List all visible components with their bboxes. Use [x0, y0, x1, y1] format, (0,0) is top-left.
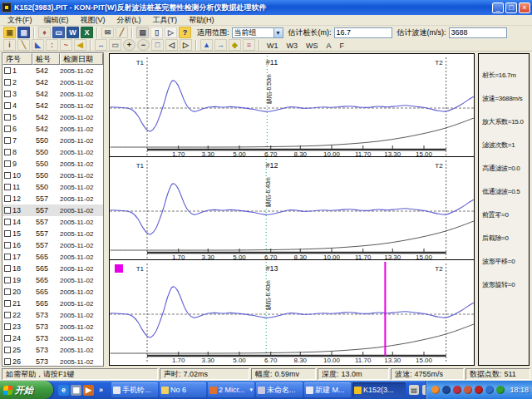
task-folder-no6[interactable]: No 6: [160, 382, 206, 397]
menu-item-2[interactable]: 视图(V): [75, 15, 111, 26]
table-row[interactable]: 195652005-11-02: [2, 274, 103, 286]
row-checkbox[interactable]: [4, 254, 11, 260]
row-checkbox[interactable]: [4, 288, 11, 295]
quicklaunch-overflow-icon[interactable]: »: [96, 385, 106, 396]
task-word[interactable]: 2 Micr...▾: [208, 382, 254, 397]
row-checkbox[interactable]: [4, 300, 11, 307]
tray-download-icon[interactable]: [464, 386, 472, 394]
table-row[interactable]: 245732005-11-02: [2, 332, 103, 344]
row-checkbox[interactable]: [4, 323, 11, 330]
row-checkbox[interactable]: [4, 277, 11, 283]
angle-ruler-icon[interactable]: ◣: [32, 39, 44, 51]
row-checkbox[interactable]: [4, 160, 11, 167]
table-row[interactable]: 55422005-11-02: [2, 111, 103, 123]
start-button[interactable]: 开始: [0, 381, 53, 399]
table-row[interactable]: 185652005-11-02: [2, 263, 103, 274]
row-checkbox[interactable]: [4, 137, 11, 144]
brush-icon[interactable]: ╱: [116, 27, 128, 38]
menu-item-4[interactable]: 工具(T): [147, 15, 184, 26]
row-checkbox[interactable]: [4, 207, 11, 214]
wave-speed-input[interactable]: [449, 27, 507, 38]
row-checkbox[interactable]: [4, 242, 11, 249]
tray-network-icon[interactable]: [485, 386, 494, 394]
quicklaunch-desktop-icon[interactable]: ▦: [71, 385, 81, 396]
save-icon[interactable]: ▦: [17, 27, 30, 38]
swap-arrows-icon[interactable]: ↔: [95, 39, 107, 51]
table-row[interactable]: 225732005-11-02: [2, 309, 103, 321]
table-row[interactable]: 105502005-11-02: [2, 170, 103, 181]
shift-right-icon[interactable]: ▷: [180, 39, 192, 51]
table-row[interactable]: 35422005-11-02: [2, 88, 103, 100]
row-checkbox[interactable]: [4, 149, 11, 155]
table-row[interactable]: 95502005-11-02: [2, 158, 103, 170]
page-preview-icon[interactable]: ▯: [150, 27, 163, 38]
row-checkbox[interactable]: [4, 335, 11, 342]
row-checkbox[interactable]: [4, 265, 11, 272]
table-row[interactable]: 205652005-11-02: [2, 286, 103, 298]
tray-volume-icon[interactable]: [431, 386, 440, 394]
pencil-edit-icon[interactable]: ╲: [17, 39, 30, 51]
table-row[interactable]: 65422005-11-02: [2, 123, 103, 135]
zoom-in-icon[interactable]: +: [123, 39, 135, 51]
table-row[interactable]: 85502005-11-02: [2, 146, 103, 158]
waveform-panel-13[interactable]: T1T2#13缺陷-6.40m1.703.305.006.708.3010.00…: [110, 260, 474, 363]
table-row[interactable]: 115502005-11-02: [2, 181, 103, 193]
wave-button-ws[interactable]: WS: [303, 40, 322, 51]
column-header-2[interactable]: 桩号: [32, 53, 60, 65]
table-row[interactable]: 45422005-11-02: [2, 100, 103, 111]
scope-select[interactable]: 当前组 ▼: [232, 27, 283, 38]
table-row[interactable]: 75502005-11-02: [2, 135, 103, 146]
menu-item-5[interactable]: 帮助(H): [183, 15, 220, 26]
tray-messenger-icon[interactable]: [442, 386, 451, 394]
wave-button-w3[interactable]: W3: [283, 40, 302, 51]
table-row[interactable]: 155572005-11-02: [2, 228, 103, 239]
waveform-panel-12[interactable]: T1T2#12缺陷-6.40m1.703.305.006.708.3010.00…: [110, 157, 474, 260]
table-row[interactable]: 175652005-11-02: [2, 251, 103, 263]
row-checkbox[interactable]: [4, 114, 11, 121]
table-row[interactable]: 145572005-11-02: [2, 216, 103, 228]
row-checkbox[interactable]: [4, 347, 11, 353]
row-checkbox[interactable]: [4, 172, 11, 179]
table-row[interactable]: 135572005-11-02: [2, 204, 103, 216]
horn-icon[interactable]: ◀: [74, 39, 86, 51]
maximize-button[interactable]: □: [505, 2, 517, 13]
waveform-panel-11[interactable]: T1T2#11缺陷-6.50m1.703.305.006.708.3010.00…: [110, 54, 474, 157]
menu-item-0[interactable]: 文件(F): [2, 15, 38, 26]
chevron-down-icon[interactable]: ▼: [273, 28, 283, 37]
minimize-button[interactable]: _: [492, 2, 504, 13]
task-dropdown-icon[interactable]: ▾: [249, 387, 253, 393]
menu-item-1[interactable]: 编辑(E): [38, 15, 75, 26]
flag-icon[interactable]: ▲: [200, 39, 213, 51]
table-row[interactable]: 265732005-11-02: [2, 356, 103, 367]
pile-person-icon[interactable]: i: [3, 39, 16, 51]
table-row[interactable]: 25422005-11-02: [2, 76, 103, 88]
table-row[interactable]: 235732005-11-02: [2, 321, 103, 332]
row-checkbox[interactable]: [4, 184, 11, 190]
row-checkbox[interactable]: [4, 79, 11, 86]
person-mark-icon[interactable]: :: [46, 39, 58, 51]
task-new-m[interactable]: 新建 M...: [304, 382, 351, 397]
row-checkbox[interactable]: [4, 91, 11, 97]
wave-button-w1[interactable]: W1: [264, 40, 282, 51]
printer-setup-icon[interactable]: ▭: [52, 27, 65, 38]
plane-icon[interactable]: ◆: [229, 39, 241, 51]
row-checkbox[interactable]: [4, 312, 11, 318]
close-button[interactable]: ×: [519, 2, 530, 13]
tray-shield-icon[interactable]: [475, 386, 483, 394]
quicklaunch-ie-icon[interactable]: e: [58, 385, 69, 396]
ruler-red-icon[interactable]: ≡: [243, 39, 255, 51]
task-phone[interactable]: 手机铃...: [111, 382, 158, 397]
table-row[interactable]: 215652005-11-02: [2, 298, 103, 309]
column-header-3[interactable]: 检测日期: [60, 53, 103, 65]
print-icon[interactable]: ▤: [136, 27, 149, 38]
export-page-icon[interactable]: ▷: [165, 27, 177, 38]
help-icon[interactable]: ?: [179, 27, 191, 38]
row-checkbox[interactable]: [4, 102, 11, 109]
table-row[interactable]: 255732005-11-02: [2, 344, 103, 356]
stamp-icon[interactable]: ♦: [38, 27, 51, 38]
task-untitled[interactable]: 未命名...: [256, 382, 303, 397]
row-checkbox[interactable]: [4, 195, 11, 202]
select-region-icon[interactable]: □: [151, 39, 164, 51]
curve-fit-icon[interactable]: ~: [60, 39, 72, 51]
wave-button-a[interactable]: A: [323, 40, 335, 51]
